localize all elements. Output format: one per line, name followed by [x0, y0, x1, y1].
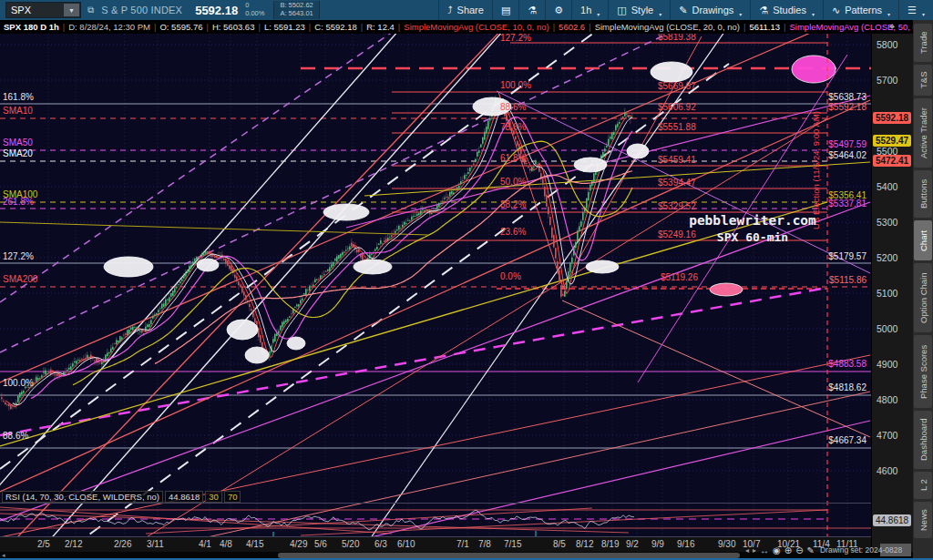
level-label-right: $5497.59: [828, 139, 866, 149]
studies-button[interactable]: ⚗Studies▾: [750, 0, 823, 20]
drawing-ellipse[interactable]: [710, 283, 743, 296]
candle-body: [444, 198, 446, 199]
zoom-out-icon[interactable]: ⊖: [795, 545, 803, 555]
menu-button[interactable]: ☰▾: [898, 0, 933, 20]
candle-body: [624, 113, 626, 117]
candle-body: [351, 243, 353, 247]
tab-l-2[interactable]: L 2: [914, 472, 932, 499]
drawing-ellipse[interactable]: [104, 257, 153, 277]
drawing-ellipse[interactable]: [792, 56, 836, 83]
fib-percent-label: 50.0%: [500, 177, 526, 187]
election-label: US Election (11/5/24, 9:00 AM): [811, 111, 821, 229]
flask-button[interactable]: ⚗: [518, 0, 545, 20]
candle-body: [198, 257, 200, 259]
price-chart-svg[interactable]: US Election (11/5/24, 9:00 AM)161.8%SMA1…: [0, 34, 871, 537]
drawings-button[interactable]: ✎Drawings▾: [670, 0, 750, 20]
tab-chart[interactable]: Chart: [914, 220, 932, 260]
share-button-label: Share: [457, 5, 484, 15]
candle-body: [161, 304, 163, 309]
symbol-input[interactable]: SPX ▼: [5, 2, 81, 18]
tab-trade[interactable]: Trade: [914, 24, 932, 62]
candle-body: [356, 249, 358, 252]
tab-active-trader[interactable]: Active Trader: [914, 98, 932, 168]
candle-body: [551, 228, 553, 238]
share-button[interactable]: ⤴Share: [438, 0, 492, 20]
drawing-ellipse[interactable]: [651, 62, 692, 82]
draw-icon[interactable]: ✎: [807, 545, 815, 555]
candle-body: [347, 249, 349, 249]
chart-area[interactable]: US Election (11/5/24, 9:00 AM)161.8%SMA1…: [0, 34, 871, 537]
drawing-ellipse[interactable]: [354, 260, 392, 274]
level-label-right: $5337.81: [828, 199, 866, 209]
candle-body: [340, 254, 342, 258]
price-tick: 5800: [877, 39, 897, 50]
rsi-label[interactable]: RSI (14, 70, 30, CLOSE, WILDERS, no): [2, 491, 163, 503]
candle-body: [99, 362, 101, 363]
candle-body: [101, 361, 103, 364]
drawing-ellipse[interactable]: [287, 337, 305, 350]
candle-body: [114, 343, 116, 344]
price-axis[interactable]: 5800570055005400530052005100500049004800…: [871, 34, 914, 552]
candle-body: [478, 150, 480, 153]
header-segment: O: 5595.76: [156, 22, 206, 32]
link-icon[interactable]: ⧉: [87, 5, 94, 15]
zoom-in-icon[interactable]: ⊕: [784, 545, 792, 555]
candle-body: [518, 144, 520, 151]
tab-option-chain[interactable]: Option Chain: [914, 263, 932, 332]
candle-body: [70, 366, 72, 369]
crosshair-tool-icon[interactable]: ⌖: [873, 21, 911, 33]
candle-body: [619, 122, 620, 124]
symbol-text[interactable]: SPX: [6, 5, 63, 15]
tab-phase-scores[interactable]: Phase Scores: [914, 335, 932, 408]
candle-body: [234, 275, 236, 278]
candle-body: [190, 265, 192, 269]
candle-body: [553, 235, 555, 247]
drawing-set-label[interactable]: Drawing set: 2024-0828: [820, 545, 902, 555]
time-tick: 6/10: [397, 539, 415, 549]
auto-scale-icon[interactable]: ◉: [773, 545, 781, 555]
candle-body: [431, 213, 433, 214]
patterns-button[interactable]: ∿Patterns▾: [823, 0, 898, 20]
tab-buttons[interactable]: Buttons: [914, 170, 932, 218]
drawing-ellipse[interactable]: [245, 347, 269, 363]
candle-body: [249, 304, 251, 307]
style-button[interactable]: ◫Style▾: [608, 0, 670, 20]
candle-body: [72, 363, 74, 366]
drawing-ellipse[interactable]: [627, 144, 649, 158]
time-tick: 3/11: [147, 539, 164, 549]
candle-body: [108, 352, 110, 353]
time-tick: 5/20: [342, 539, 359, 549]
candle-body: [405, 223, 407, 224]
candle-body: [167, 300, 169, 300]
candle-body: [334, 259, 336, 260]
drawing-ellipse[interactable]: [227, 320, 258, 340]
candle-body: [76, 361, 77, 363]
scroll-left-icon[interactable]: ◂: [745, 546, 749, 555]
drawing-ellipse[interactable]: [197, 259, 219, 271]
calendar-button[interactable]: ▤: [492, 0, 518, 20]
price-tick: 5000: [877, 323, 897, 334]
scroll-right-icon[interactable]: ▸: [753, 546, 756, 555]
drawing-ellipse[interactable]: [323, 204, 369, 220]
candle-body: [577, 230, 579, 241]
drawing-ellipse[interactable]: [574, 158, 607, 172]
tab-dashboard[interactable]: Dashboard: [914, 411, 932, 469]
candle-body: [280, 326, 282, 331]
time-axis[interactable]: 2/52/122/263/114/14/84/154/295/65/206/36…: [0, 537, 871, 552]
settings-button[interactable]: ⚙: [545, 0, 571, 20]
timeframe-button[interactable]: 1h▾: [571, 0, 608, 20]
rsi-lower-band: 30: [205, 491, 222, 503]
symbol-dropdown-icon[interactable]: ▼: [64, 4, 79, 16]
drawing-ellipse[interactable]: [586, 260, 619, 273]
candle-body: [442, 201, 444, 202]
candle-body: [562, 294, 564, 296]
candle-body: [87, 355, 88, 358]
pan-icon[interactable]: ↔: [760, 545, 769, 555]
candle-body: [446, 197, 447, 198]
candle-body: [112, 347, 114, 350]
tab-t-s[interactable]: T&S: [914, 65, 932, 96]
level-label-right: $4883.58: [828, 359, 866, 369]
tab-news[interactable]: News: [914, 502, 932, 538]
watermark-line1: pebblewriter.com: [689, 213, 816, 228]
fib-price-label: $5551.88: [658, 122, 696, 132]
